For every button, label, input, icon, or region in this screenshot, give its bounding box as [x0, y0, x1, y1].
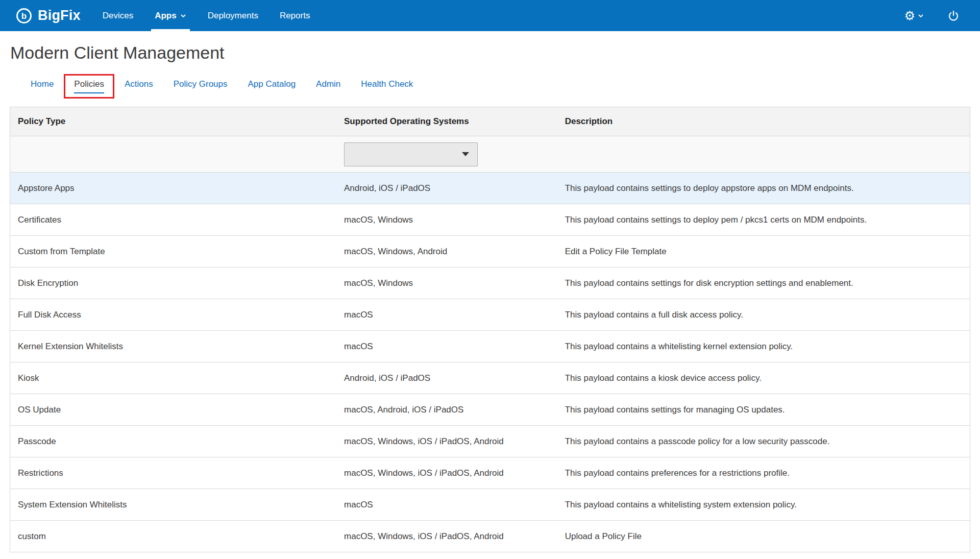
table-row[interactable]: Custom from Template macOS, Windows, And… — [10, 236, 970, 268]
table-row[interactable]: Restrictions macOS, Windows, iOS / iPadO… — [10, 457, 970, 489]
page-title: Modern Client Management — [10, 41, 980, 64]
supported-os-cell: macOS, Windows, iOS / iPadOS, Android — [344, 531, 504, 541]
main-nav: Devices Apps Deployments Reports — [92, 0, 321, 31]
supported-os-cell: macOS, Windows, Android — [344, 247, 447, 256]
table-row[interactable]: Full Disk Access macOS This payload cont… — [10, 299, 970, 331]
table-row[interactable]: custom macOS, Windows, iOS / iPadOS, And… — [10, 521, 970, 552]
tab-app-catalog[interactable]: App Catalog — [238, 74, 306, 99]
tab-label: App Catalog — [248, 79, 296, 93]
topbar-right: ⚙ — [904, 0, 980, 31]
settings-button[interactable]: ⚙ — [904, 10, 924, 22]
nav-item-reports[interactable]: Reports — [269, 0, 321, 31]
supported-os-cell: Android, iOS / iPadOS — [344, 183, 430, 193]
description-cell: This payload contains settings for disk … — [565, 278, 853, 288]
description-cell: This payload contains a full disk access… — [565, 310, 743, 320]
description-cell: This payload contains settings to deploy… — [565, 183, 854, 193]
policies-table-container: Policy Type Supported Operating Systems … — [0, 99, 980, 557]
chevron-down-icon — [918, 14, 924, 18]
table-row[interactable]: Appstore Apps Android, iOS / iPadOS This… — [10, 173, 970, 204]
table-row[interactable]: Kernel Extension Whitelists macOS This p… — [10, 331, 970, 362]
nav-item-devices[interactable]: Devices — [92, 0, 144, 31]
chevron-down-icon — [180, 14, 186, 18]
bigfix-logo[interactable]: b BigFix — [15, 0, 81, 31]
table-body: Appstore Apps Android, iOS / iPadOS This… — [10, 173, 970, 552]
description-cell: This payload contains a passcode policy … — [565, 436, 830, 446]
description-cell: This payload contains a kiosk device acc… — [565, 373, 762, 383]
description-cell: Upload a Policy File — [565, 531, 642, 541]
table-row[interactable]: Kiosk Android, iOS / iPadOS This payload… — [10, 362, 970, 394]
nav-item-deployments[interactable]: Deployments — [197, 0, 269, 31]
policy-type-cell: Passcode — [18, 436, 56, 446]
os-filter-select[interactable] — [344, 142, 478, 166]
tab-admin[interactable]: Admin — [306, 74, 351, 99]
policy-type-cell: Kiosk — [18, 373, 39, 383]
policy-type-cell: Restrictions — [18, 468, 63, 478]
nav-item-label: Reports — [280, 11, 310, 21]
tab-label: Policies — [74, 79, 104, 93]
tab-actions[interactable]: Actions — [114, 74, 163, 99]
supported-os-cell: macOS, Windows, iOS / iPadOS, Android — [344, 468, 504, 478]
column-header-supported-os: Supported Operating Systems — [336, 107, 557, 136]
tab-home[interactable]: Home — [20, 74, 64, 99]
column-header-policy-type: Policy Type — [10, 107, 337, 136]
policies-table: Policy Type Supported Operating Systems … — [10, 107, 970, 552]
nav-item-label: Deployments — [208, 11, 258, 21]
table-row[interactable]: Certificates macOS, Windows This payload… — [10, 204, 970, 236]
svg-text:b: b — [21, 11, 27, 21]
description-cell: This payload contains a whitelisting ker… — [565, 342, 793, 351]
supported-os-cell: macOS — [344, 310, 373, 320]
column-header-description: Description — [557, 107, 970, 136]
description-cell: Edit a Policy File Template — [565, 247, 667, 256]
tab-label: Actions — [125, 79, 153, 93]
nav-item-label: Devices — [103, 11, 133, 21]
tab-label: Health Check — [361, 79, 413, 93]
tab-policy-groups[interactable]: Policy Groups — [163, 74, 238, 99]
supported-os-cell: macOS — [344, 342, 373, 351]
description-cell: This payload contains preferences for a … — [565, 468, 790, 478]
power-icon — [947, 10, 960, 22]
tab-label: Policy Groups — [174, 79, 228, 93]
tab-bar: Home Policies Actions Policy Groups App … — [20, 74, 980, 99]
policy-type-cell: Disk Encryption — [18, 278, 78, 288]
nav-item-label: Apps — [155, 11, 177, 21]
table-row[interactable]: OS Update macOS, Android, iOS / iPadOS T… — [10, 394, 970, 426]
supported-os-cell: Android, iOS / iPadOS — [344, 373, 430, 383]
supported-os-cell: macOS, Android, iOS / iPadOS — [344, 405, 463, 415]
description-cell: This payload contains settings for manag… — [565, 405, 785, 415]
logout-button[interactable] — [947, 10, 960, 22]
policy-type-cell: OS Update — [18, 405, 61, 415]
table-row[interactable]: Disk Encryption macOS, Windows This payl… — [10, 268, 970, 299]
gear-icon: ⚙ — [904, 10, 915, 22]
supported-os-cell: macOS — [344, 500, 373, 509]
tab-label: Admin — [316, 79, 340, 93]
description-cell: This payload contains a whitelisting sys… — [565, 500, 797, 509]
filter-row — [10, 136, 970, 173]
policy-type-cell: Full Disk Access — [18, 310, 81, 320]
policy-type-cell: System Extension Whitelists — [18, 500, 127, 509]
top-navigation-bar: b BigFix Devices Apps Deployments Report… — [0, 0, 980, 31]
policy-type-cell: custom — [18, 531, 46, 541]
supported-os-cell: macOS, Windows, iOS / iPadOS, Android — [344, 436, 504, 446]
tab-health-check[interactable]: Health Check — [351, 74, 423, 99]
table-row[interactable]: Passcode macOS, Windows, iOS / iPadOS, A… — [10, 426, 970, 457]
table-header-row: Policy Type Supported Operating Systems … — [10, 107, 970, 136]
select-caret-icon — [462, 152, 469, 156]
supported-os-cell: macOS, Windows — [344, 278, 413, 288]
tab-label: Home — [31, 79, 54, 93]
bigfix-logo-icon: b — [15, 7, 33, 25]
tab-policies[interactable]: Policies — [64, 74, 114, 99]
description-cell: This payload contains settings to deploy… — [565, 215, 867, 225]
policy-type-cell: Certificates — [18, 215, 61, 225]
nav-item-apps[interactable]: Apps — [144, 0, 197, 31]
policy-type-cell: Custom from Template — [18, 247, 105, 256]
supported-os-cell: macOS, Windows — [344, 215, 413, 225]
table-row[interactable]: System Extension Whitelists macOS This p… — [10, 489, 970, 521]
brand-name: BigFix — [38, 8, 81, 23]
policy-type-cell: Appstore Apps — [18, 183, 75, 193]
policy-type-cell: Kernel Extension Whitelists — [18, 342, 123, 351]
